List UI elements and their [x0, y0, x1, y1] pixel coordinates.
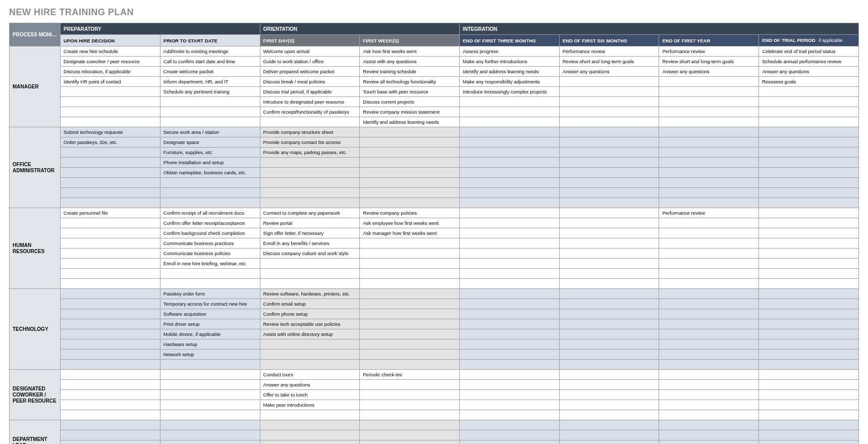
- cell: [61, 107, 160, 117]
- cell: [160, 97, 260, 107]
- cell: [659, 350, 759, 360]
- cell: Discuss company culture and work style: [260, 249, 360, 259]
- cell: [61, 87, 160, 97]
- cell: [260, 168, 360, 178]
- cell: [759, 420, 859, 430]
- cell: [460, 97, 560, 107]
- cell: [659, 127, 759, 137]
- table-row: Confirm background check completionSign …: [10, 228, 859, 238]
- cell: [160, 430, 260, 440]
- cell: Answer any questions: [659, 67, 759, 77]
- cell: [659, 107, 759, 117]
- cell: [360, 420, 460, 430]
- cell: [659, 360, 759, 370]
- cell: Review company policies: [360, 208, 460, 218]
- cell: [160, 117, 260, 127]
- cell: Identify and address learning needs: [360, 117, 460, 127]
- cell: [559, 400, 659, 410]
- table-row: MANAGERCreate new hire scheduleAdd/invit…: [10, 46, 859, 57]
- cell: Mobile device, if applicable: [160, 329, 260, 339]
- cell: Order passkeys, IDs, etc.: [61, 137, 160, 147]
- table-row: [10, 410, 859, 420]
- cell: Provide any maps, parking passes, etc.: [260, 147, 360, 158]
- cell: Answer any questions: [559, 67, 659, 77]
- cell: Ask how first weeks went: [360, 46, 460, 57]
- cell: [61, 188, 160, 198]
- cell: [260, 279, 360, 289]
- cell: Communicate business practices: [160, 238, 260, 249]
- cell: [460, 168, 560, 178]
- cell: [260, 430, 360, 440]
- cell: [659, 420, 759, 430]
- cell: [460, 339, 560, 350]
- cell: [559, 228, 659, 238]
- cell: Designate coworker / peer resource: [61, 57, 160, 67]
- cell: Schedule any pertinent training: [160, 87, 260, 97]
- cell: [559, 127, 659, 137]
- cell: [460, 158, 560, 168]
- cell: Assess progress: [460, 46, 560, 57]
- cell: [559, 299, 659, 309]
- cell: [160, 198, 260, 208]
- cell: [360, 259, 460, 269]
- cell: [659, 218, 759, 228]
- cell: [160, 107, 260, 117]
- table-row: [10, 188, 859, 198]
- cell: Confirm email setup: [260, 299, 360, 309]
- cell: [61, 218, 160, 228]
- cell: [460, 400, 560, 410]
- page-title: NEW HIRE TRAINING PLAN: [9, 7, 859, 18]
- cell: [659, 238, 759, 249]
- table-row: Offer to take to lunch: [10, 390, 859, 400]
- cell: [759, 107, 859, 117]
- cell: [61, 117, 160, 127]
- header-orientation: ORIENTATION: [260, 23, 459, 35]
- role-cell: DESIGNATED COWORKER / PEER RESOURCE: [10, 370, 61, 420]
- cell: [460, 329, 560, 339]
- cell: [759, 309, 859, 319]
- cell: Identify and address learning needs: [460, 67, 560, 77]
- cell: [659, 228, 759, 238]
- cell: [759, 147, 859, 158]
- cell: Review all technology functionality: [360, 77, 460, 87]
- cell: [559, 97, 659, 107]
- cell: [61, 259, 160, 269]
- cell: Sign offer letter, if necessary: [260, 228, 360, 238]
- table-row: Communicate business policiesDiscuss com…: [10, 249, 859, 259]
- cell: [61, 269, 160, 279]
- cell: [260, 117, 360, 127]
- cell: [559, 269, 659, 279]
- cell: [559, 147, 659, 158]
- cell: [659, 178, 759, 188]
- cell: Celebrate end of trail period status: [759, 46, 859, 57]
- cell: [160, 420, 260, 430]
- cell: Phone installation and setup: [160, 158, 260, 168]
- cell: [659, 137, 759, 147]
- cell: Review portal: [260, 218, 360, 228]
- cell: [460, 198, 560, 208]
- cell: [460, 259, 560, 269]
- cell: [460, 137, 560, 147]
- cell: Confirm phone setup: [260, 309, 360, 319]
- cell: [360, 198, 460, 208]
- cell: [360, 137, 460, 147]
- cell: [160, 360, 260, 370]
- cell: Discuss break / meal policies: [260, 77, 360, 87]
- cell: [759, 238, 859, 249]
- cell: [260, 420, 360, 430]
- cell: [759, 299, 859, 309]
- cell: [759, 168, 859, 178]
- cell: Deliver prepared welcome packet: [260, 67, 360, 77]
- cell: Inform department, HR, and IT: [160, 77, 260, 87]
- cell: [659, 117, 759, 127]
- cell: [61, 360, 160, 370]
- cell: [61, 158, 160, 168]
- table-row: Print driver setupReview tech acceptable…: [10, 319, 859, 329]
- cell: [659, 309, 759, 319]
- cell: [61, 228, 160, 238]
- cell: [160, 178, 260, 188]
- cell: [759, 259, 859, 269]
- cell: [160, 188, 260, 198]
- cell: [61, 420, 160, 430]
- cell: Performance review: [559, 46, 659, 57]
